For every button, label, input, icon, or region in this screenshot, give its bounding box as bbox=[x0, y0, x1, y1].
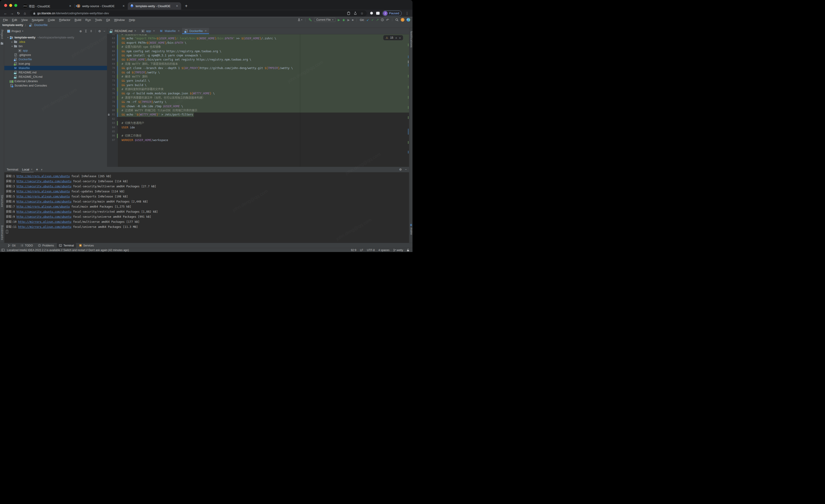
code-line[interactable]: 77# 清理不再需要的源文件（当然，也可以采用独立的融容器来构建） bbox=[107, 96, 409, 100]
panel-settings-gear-icon[interactable]: ⚙ bbox=[98, 29, 101, 33]
code-line[interactable]: 71&& cd ${TMPDIR}/wetty \ bbox=[107, 70, 409, 75]
new-tab-button[interactable]: + bbox=[183, 3, 190, 9]
code-line[interactable]: 65# 设置为国内的 npm 仓库镜像 bbox=[107, 45, 409, 49]
tree-item-dockerfile[interactable]: Dockerfile bbox=[4, 57, 107, 62]
caret-position[interactable]: 92:9 bbox=[351, 249, 356, 252]
editor-tab-makefile[interactable]: Makefile✕ bbox=[157, 28, 182, 34]
run-icon[interactable]: ▶ bbox=[338, 18, 340, 21]
extensions-puzzle-icon[interactable] bbox=[370, 11, 373, 15]
minimize-window-button[interactable] bbox=[9, 4, 12, 7]
profile-chip[interactable]: J Paused bbox=[382, 11, 402, 16]
code-line[interactable]: 79&& chown -R ide:ide /tmp $USER_HOME \ bbox=[107, 104, 409, 108]
debug-bug-icon[interactable] bbox=[342, 18, 345, 22]
menu-code[interactable]: Code bbox=[46, 18, 57, 22]
project-panel-title[interactable]: Project bbox=[11, 29, 21, 33]
editor-scroll-markers[interactable] bbox=[408, 43, 408, 167]
editor-tab-dockerfile[interactable]: Dockerfile✕ bbox=[182, 28, 209, 34]
home-icon[interactable]: ⌂ bbox=[22, 11, 27, 15]
terminal-settings-gear-icon[interactable]: ⚙ bbox=[399, 168, 402, 171]
code-line[interactable]: 66&& npm config set registry https://reg… bbox=[107, 49, 409, 54]
tree-item-makefile[interactable]: Makefile bbox=[4, 66, 107, 70]
terminal-link[interactable]: http://mirrors.aliyun.com/ubuntu bbox=[17, 195, 70, 198]
code-line[interactable]: 81&& echo "${WETTY_HOME}" > /etc/port-fi… bbox=[107, 112, 409, 117]
prev-warning-icon[interactable]: ∧ bbox=[395, 36, 397, 39]
build-hammer-icon[interactable] bbox=[308, 18, 312, 22]
terminal-link[interactable]: http://security.ubuntu.com/ubuntu bbox=[17, 200, 71, 203]
project-view-caret-icon[interactable]: ▾ bbox=[22, 30, 23, 32]
code-line[interactable]: 62# 设置路径环境变量 bbox=[107, 34, 409, 36]
clipboard-icon[interactable] bbox=[347, 11, 350, 15]
tree-item-icon.png[interactable]: icon.png bbox=[4, 62, 107, 66]
tree-item-template-wetty[interactable]: ▾template-wetty~/workspace/template-wett… bbox=[4, 35, 107, 39]
menu-refactor[interactable]: Refactor bbox=[57, 18, 73, 22]
terminal-link[interactable]: http://mirrors.aliyun.com/ubuntu bbox=[17, 205, 70, 208]
locate-file-icon[interactable]: ⊕ bbox=[79, 29, 82, 33]
close-tab-icon[interactable]: ✕ bbox=[175, 4, 179, 8]
address-bar[interactable]: go.titanide.cn/ide/web/coding/template-w… bbox=[30, 10, 367, 16]
menu-build[interactable]: Build bbox=[73, 18, 83, 22]
zoom-window-button[interactable] bbox=[14, 4, 17, 7]
expand-all-icon[interactable] bbox=[84, 30, 87, 32]
tree-item-external libraries[interactable]: External Libraries bbox=[4, 79, 107, 83]
hide-panel-icon[interactable]: − bbox=[103, 29, 105, 33]
close-editor-tab-icon[interactable]: ✕ bbox=[205, 29, 207, 32]
breadcrumb-project[interactable]: template-wetty bbox=[2, 23, 23, 27]
terminal-dropdown-icon[interactable]: ∨ bbox=[41, 168, 42, 171]
unlock-icon[interactable] bbox=[407, 249, 409, 252]
tree-item-bin[interactable]: ▾bin bbox=[4, 44, 107, 48]
terminal-tab-local[interactable]: Local✕ bbox=[22, 168, 33, 171]
terminal-output[interactable]: 获取:1 http://mirrors.aliyun.com/ubuntu fo… bbox=[4, 172, 409, 243]
code-line[interactable]: 83# 切换为普通用户 bbox=[107, 121, 409, 125]
code-editor[interactable]: 62# 设置路径环境变量63&& echo "export PATH=${USE… bbox=[107, 34, 409, 167]
tool-window-button-problems[interactable]: Problems bbox=[36, 243, 56, 248]
code-line[interactable]: 82 bbox=[107, 117, 409, 121]
tool-window-button-git[interactable]: Git bbox=[5, 243, 17, 248]
status-message[interactable]: Localized IntelliJ IDEA 2022.2.2 is avai… bbox=[7, 249, 129, 252]
browser-tab[interactable]: wetty-source - CloudIDE✕ bbox=[74, 2, 128, 10]
code-line[interactable]: 64&& export PATH=${NODE_HOME}/bin:$PATH … bbox=[107, 41, 409, 45]
next-warning-icon[interactable]: ∨ bbox=[399, 36, 401, 39]
code-line[interactable]: 68&& ${NODE_HOME}/bin/yarn config set re… bbox=[107, 58, 409, 62]
collapse-all-icon[interactable] bbox=[90, 30, 92, 32]
tool-stripe-structure[interactable]: Structure bbox=[0, 195, 4, 207]
tool-stripe-make[interactable]: make bbox=[410, 228, 412, 235]
git-update-icon[interactable]: ↙ bbox=[366, 18, 369, 21]
code-line[interactable]: 75# 将源码复制到最终部署的文件夹 bbox=[107, 87, 409, 91]
code-line[interactable]: 74&& yarn build \ bbox=[107, 83, 409, 87]
close-editor-tab-icon[interactable]: ✕ bbox=[134, 29, 136, 32]
rollback-icon[interactable]: ↶ bbox=[386, 18, 389, 22]
file-encoding[interactable]: UTF-8 bbox=[367, 249, 375, 252]
browser-tab[interactable]: 项目 - CloudIDE✕ bbox=[21, 2, 74, 10]
tree-chevron-icon[interactable]: ▾ bbox=[6, 36, 10, 39]
tool-windows-icon[interactable] bbox=[1, 249, 5, 252]
indent-setting[interactable]: 4 spaces bbox=[378, 249, 389, 252]
editor-tab-readme.md[interactable]: README.md✕ bbox=[107, 28, 139, 34]
tool-stripe-notifications[interactable]: Notifications bbox=[410, 31, 412, 48]
new-terminal-icon[interactable]: + bbox=[36, 168, 38, 172]
browser-menu-icon[interactable]: ⋮ bbox=[404, 11, 410, 15]
git-branch-widget[interactable]: wetty bbox=[393, 249, 403, 252]
terminal-link[interactable]: http://mirrors.aliyun.com/ubuntu bbox=[17, 190, 70, 193]
menu-edit[interactable]: Edit bbox=[10, 18, 19, 22]
close-tab-icon[interactable]: ✕ bbox=[68, 4, 72, 8]
tool-stripe-bookmarks[interactable]: Bookmarks bbox=[0, 225, 4, 240]
code-line[interactable]: 85 bbox=[107, 130, 409, 134]
tool-window-button-services[interactable]: Services bbox=[77, 243, 96, 248]
terminal-link[interactable]: http://security.ubuntu.com/ubuntu bbox=[17, 180, 71, 183]
hide-terminal-icon[interactable]: − bbox=[405, 168, 407, 171]
share-icon[interactable] bbox=[354, 11, 357, 15]
terminal-link[interactable]: http://security.ubuntu.com/ubuntu bbox=[17, 185, 71, 188]
git-push-icon[interactable]: ↗ bbox=[376, 18, 379, 21]
browser-tab[interactable]: template-wetty - CloudIDE✕ bbox=[128, 2, 181, 10]
inspections-widget[interactable]: ⚠ 15 ∧ ∨ bbox=[383, 35, 403, 40]
code-line[interactable]: 73&& yarn install \ bbox=[107, 79, 409, 83]
project-stripe-icon[interactable] bbox=[1, 43, 3, 45]
terminal-link[interactable]: http://security.ubuntu.com/ubuntu bbox=[17, 215, 71, 219]
terminal-link[interactable]: http://mirrors.aliyun.com/ubuntu bbox=[17, 175, 70, 178]
search-everywhere-icon[interactable] bbox=[395, 18, 399, 22]
close-window-button[interactable] bbox=[4, 4, 7, 7]
editor-tab-app[interactable]: app✕ bbox=[139, 28, 157, 34]
code-line[interactable]: 76&& cp -r build node_modules package.js… bbox=[107, 91, 409, 95]
user-icon[interactable]: ▾ bbox=[297, 18, 302, 21]
update-notification-icon[interactable]: ↑ bbox=[401, 18, 404, 22]
